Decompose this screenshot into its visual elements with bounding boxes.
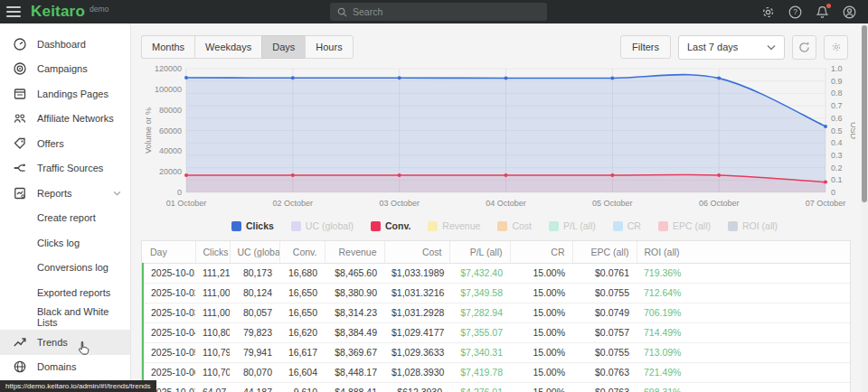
column-header-p-l-all-[interactable]: P/L (all) xyxy=(449,241,510,263)
refresh-icon xyxy=(798,42,810,53)
sidebar-item-black-and-white-lists[interactable]: Black and White Lists xyxy=(0,305,130,331)
sidebar-item-exported-reports[interactable]: Exported reports xyxy=(0,280,130,305)
cell-day: 2025-10-03 xyxy=(143,303,195,322)
chevron-down-icon xyxy=(767,44,776,51)
cell-day: 2025-10-05 xyxy=(143,342,195,362)
legend-item-uc-global-[interactable]: UC (global) xyxy=(291,220,354,231)
table-row: 2025-10-02111,0080,12416,650$8,380.90$1,… xyxy=(143,283,850,303)
legend-swatch xyxy=(291,221,301,231)
legend-swatch xyxy=(613,221,623,231)
column-header-clicks[interactable]: Clicks xyxy=(195,241,230,263)
sidebar-item-clicks-log[interactable]: Clicks log xyxy=(0,230,130,256)
legend-item-conv-[interactable]: Conv. xyxy=(371,220,410,231)
cell-roi-all-: 712.64% xyxy=(637,283,850,303)
svg-text:40000: 40000 xyxy=(159,146,182,155)
svg-text:60000: 60000 xyxy=(159,126,182,135)
cell-cr: 15.00% xyxy=(510,342,572,362)
offers-icon xyxy=(13,136,27,151)
legend-swatch xyxy=(549,221,559,231)
cell-cost: $1,029.4177 xyxy=(384,322,449,342)
legend-item-revenue[interactable]: Revenue xyxy=(428,220,480,231)
sidebar-item-create-report[interactable]: Create report xyxy=(0,206,130,231)
column-header-conv-[interactable]: Conv. xyxy=(279,241,325,263)
chart-settings-button[interactable] xyxy=(824,35,848,60)
trends-toolbar: MonthsWeekdaysDaysHours Filters Last 7 d… xyxy=(141,34,868,60)
search-input[interactable] xyxy=(353,6,540,17)
notifications-bell-icon[interactable] xyxy=(815,5,830,20)
cell-clicks: 111,21 xyxy=(195,263,230,283)
column-header-cr[interactable]: CR xyxy=(510,241,572,263)
cell-roi-all-: 719.36% xyxy=(637,263,850,283)
sidebar-item-campaigns[interactable]: Campaigns xyxy=(0,57,130,82)
legend-item-roi-all-[interactable]: ROI (all) xyxy=(728,220,778,231)
account-icon[interactable] xyxy=(842,5,857,20)
svg-text:02 October: 02 October xyxy=(273,199,314,208)
legend-item-p-l-all-[interactable]: P/L (all) xyxy=(549,220,596,231)
filters-button[interactable]: Filters xyxy=(620,35,671,59)
legend-item-epc-all-[interactable]: EPC (all) xyxy=(658,220,711,231)
svg-text:0.8: 0.8 xyxy=(831,89,843,98)
svg-text:USD: USD xyxy=(849,122,855,140)
svg-text:20000: 20000 xyxy=(159,167,182,176)
settings-gear-icon[interactable] xyxy=(760,5,776,20)
period-tab-days[interactable]: Days xyxy=(261,35,305,59)
legend-label: Conv. xyxy=(385,220,410,231)
column-header-cost[interactable]: Cost xyxy=(384,241,449,263)
column-header-uc-global-[interactable]: UC (global) xyxy=(230,241,279,263)
cell-clicks: 64,07 xyxy=(195,382,230,392)
legend-item-cost[interactable]: Cost xyxy=(497,220,532,231)
sidebar-item-trends[interactable]: Trends xyxy=(0,330,130,355)
svg-text:80000: 80000 xyxy=(159,106,182,115)
refresh-button[interactable] xyxy=(792,35,816,60)
cell-cost: $1,031.3216 xyxy=(384,283,449,303)
period-tab-months[interactable]: Months xyxy=(141,35,194,59)
table-row: 2025-10-01111,2180,17316,680$8,465.60$1,… xyxy=(143,263,850,283)
sidebar: DashboardCampaignsLandings PagesAffiliat… xyxy=(0,23,131,392)
svg-text:05 October: 05 October xyxy=(592,199,633,208)
column-header-epc-all-[interactable]: EPC (all) xyxy=(572,241,637,263)
column-header-revenue[interactable]: Revenue xyxy=(325,241,384,263)
cell-p-l-all-: $7,340.31 xyxy=(449,342,510,362)
global-search[interactable] xyxy=(330,3,547,21)
sidebar-item-label: Landings Pages xyxy=(37,89,108,99)
help-icon[interactable]: ? xyxy=(788,5,803,20)
svg-text:0.1: 0.1 xyxy=(831,175,843,184)
trends-icon xyxy=(13,335,27,350)
cell-revenue: $8,380.90 xyxy=(325,283,384,303)
legend-swatch xyxy=(728,221,738,231)
cell-p-l-all-: $7,349.58 xyxy=(449,283,510,303)
sidebar-item-dashboard[interactable]: Dashboard xyxy=(0,32,130,57)
cell-day: 2025-10-06 xyxy=(143,362,195,382)
cell-day: 2025-10-02 xyxy=(143,283,195,303)
period-tab-weekdays[interactable]: Weekdays xyxy=(194,35,261,59)
scrollbar-thumb[interactable] xyxy=(862,25,867,202)
legend-label: P/L (all) xyxy=(563,220,596,231)
sidebar-item-domains[interactable]: Domains xyxy=(0,355,130,380)
legend-item-cr[interactable]: CR xyxy=(613,220,641,231)
table-row: 2025-10-0764,0744,1879,610$4,888.41$612.… xyxy=(143,382,850,392)
svg-text:0.5: 0.5 xyxy=(831,126,843,135)
traffic-icon xyxy=(13,161,27,175)
app-logo[interactable]: Keitaro xyxy=(31,3,85,21)
period-tab-hours[interactable]: Hours xyxy=(305,35,353,59)
sidebar-item-affiliate-networks[interactable]: Affiliate Networks xyxy=(0,107,130,132)
sidebar-item-offers[interactable]: Offers xyxy=(0,131,130,156)
cell-conv-: 16,620 xyxy=(279,322,325,342)
sidebar-item-label: Reports xyxy=(37,188,72,199)
column-header-roi-all-[interactable]: ROI (all) xyxy=(637,241,850,263)
legend-item-clicks[interactable]: Clicks xyxy=(231,220,274,231)
sidebar-item-traffic-sources[interactable]: Traffic Sources xyxy=(0,156,130,182)
date-range-select[interactable]: Last 7 days xyxy=(678,35,785,60)
sidebar-item-conversions-log[interactable]: Conversions log xyxy=(0,256,130,281)
menu-toggle-icon[interactable] xyxy=(0,0,27,23)
column-header-day[interactable]: Day xyxy=(143,241,195,263)
page-scrollbar[interactable] xyxy=(861,23,868,392)
dashboard-icon xyxy=(13,37,27,51)
cell-roi-all-: 698.31% xyxy=(637,382,850,392)
sidebar-item-reports[interactable]: Reports xyxy=(0,181,130,206)
cell-clicks: 111,00 xyxy=(195,283,230,303)
cell-revenue: $4,888.41 xyxy=(325,382,384,392)
sidebar-item-landings-pages[interactable]: Landings Pages xyxy=(0,81,130,107)
sidebar-item-label: Offers xyxy=(37,138,64,149)
sidebar-item-label: Black and White Lists xyxy=(37,306,121,328)
